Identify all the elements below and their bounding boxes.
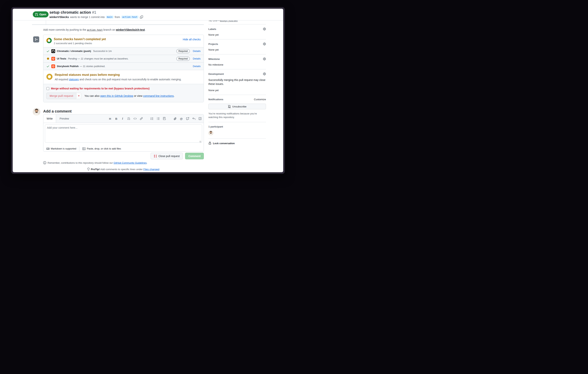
italic-icon[interactable]: I xyxy=(121,117,124,120)
pull-request-page: Open setup chromatic action#1 winkerVSbe… xyxy=(13,9,283,172)
labels-title: Labels xyxy=(208,28,216,31)
check-success-icon xyxy=(46,65,49,68)
checks-summary-title: Some checks haven’t completed yet xyxy=(54,38,106,41)
required-statuses-body: All required statuses and check runs on … xyxy=(55,78,181,81)
git-pull-request-closed-icon xyxy=(154,155,157,158)
check-row: UI Tests Pending — 11 changes must be ac… xyxy=(43,55,204,62)
comment-box: Write Preview H B I @ xyxy=(43,114,204,151)
pr-subtitle: winkerVSbecks wants to merge 1 commit in… xyxy=(49,16,143,19)
required-pill: Required xyxy=(176,57,190,61)
development-value: None yet xyxy=(208,89,266,92)
mention-icon[interactable]: @ xyxy=(179,117,183,120)
user-avatar[interactable] xyxy=(33,108,40,116)
sidebar-section-projects: Projects None yet xyxy=(208,39,266,54)
check-row: Storybook Publish — 11 stories published… xyxy=(43,62,204,70)
participants-title: 1 participant xyxy=(208,125,223,128)
branch-link[interactable]: action-test xyxy=(87,28,103,31)
previous-box-bottom-border xyxy=(32,24,204,25)
gear-icon[interactable] xyxy=(263,57,266,60)
details-link[interactable]: Details xyxy=(193,65,201,68)
attach-file-icon[interactable] xyxy=(173,117,177,120)
base-branch-chip[interactable]: main xyxy=(106,16,114,19)
ordered-list-icon[interactable] xyxy=(150,117,154,120)
comment-button[interactable]: Comment xyxy=(185,153,204,159)
lightbulb-icon xyxy=(87,168,90,171)
gear-icon[interactable] xyxy=(263,27,266,31)
comment-input-area xyxy=(43,123,204,145)
info-icon xyxy=(43,161,46,164)
github-desktop-link[interactable]: open this in GitHub Desktop xyxy=(100,94,133,97)
check-success-icon xyxy=(46,50,49,53)
bypass-protections-checkbox[interactable] xyxy=(46,87,49,90)
milestone-value: No milestone xyxy=(208,63,266,66)
head-branch-chip[interactable]: action-test xyxy=(121,16,138,19)
markdown-supported[interactable]: Markdown is supported xyxy=(46,147,76,150)
app-window: Open setup chromatic action#1 winkerVSbe… xyxy=(11,7,285,174)
markdown-toolbar: H B I @ xyxy=(108,114,202,123)
participant-avatar[interactable] xyxy=(208,130,213,136)
lock-conversation[interactable]: Lock conversation xyxy=(208,142,266,145)
footer-divider xyxy=(79,147,79,151)
gear-icon[interactable] xyxy=(263,43,266,45)
required-pill: Required xyxy=(176,49,190,53)
files-changed-link[interactable]: Files changed xyxy=(143,168,159,171)
copy-branch-icon[interactable] xyxy=(140,16,143,19)
git-pull-request-icon xyxy=(35,13,38,16)
comment-input[interactable] xyxy=(45,125,202,143)
sidebar: No one—assign yourself Labels None yet P… xyxy=(208,17,266,148)
community-guidelines-link[interactable]: GitHub Community Guidelines xyxy=(114,161,147,164)
tasklist-icon[interactable] xyxy=(163,117,166,120)
sidebar-section-lock: Lock conversation xyxy=(208,139,266,148)
resize-handle[interactable] xyxy=(200,141,201,142)
check-name: Storybook Publish xyxy=(57,65,79,68)
details-link[interactable]: Details xyxy=(193,50,201,53)
unordered-list-icon[interactable] xyxy=(157,117,160,120)
tab-write[interactable]: Write xyxy=(43,114,56,123)
reply-icon[interactable] xyxy=(192,117,196,120)
development-body: Successfully merging this pull request m… xyxy=(208,78,266,86)
merge-footer: Merge without waiting for requirements t… xyxy=(43,84,204,102)
bold-icon[interactable]: B xyxy=(115,117,118,120)
saved-replies-icon[interactable] xyxy=(198,117,202,120)
unsubscribe-button[interactable]: Unsubscribe xyxy=(208,104,266,109)
chromatic-logo-icon xyxy=(52,65,55,68)
pr-title: setup chromatic action#1 xyxy=(49,10,96,15)
heading-icon[interactable]: H xyxy=(108,117,112,120)
paste-drop-files[interactable]: Paste, drop, or click to add files xyxy=(82,147,121,150)
github-logo-icon xyxy=(52,50,54,53)
gear-icon[interactable] xyxy=(263,72,266,75)
quote-icon[interactable] xyxy=(127,117,131,120)
customize-link[interactable]: Customize xyxy=(254,98,266,101)
pr-author[interactable]: winkerVSbecks xyxy=(49,16,69,19)
merge-options-dropdown[interactable] xyxy=(76,93,81,99)
bypass-protections-label[interactable]: Merge without waiting for requirements t… xyxy=(51,87,149,90)
code-icon[interactable] xyxy=(133,117,137,120)
chromatic-logo-icon xyxy=(52,57,55,60)
link-icon[interactable] xyxy=(140,117,143,120)
pr-open-badge: Open xyxy=(33,11,49,17)
required-statuses-title: Required statuses must pass before mergi… xyxy=(55,73,181,76)
git-merge-icon xyxy=(35,38,38,41)
chevron-down-icon xyxy=(78,96,80,96)
projects-value: None yet xyxy=(208,48,266,51)
command-line-link[interactable]: command line instructions xyxy=(143,94,174,97)
milestone-title: Milestone xyxy=(208,58,220,60)
statuses-link[interactable]: statuses xyxy=(69,78,79,81)
close-pull-request-button[interactable]: Close pull request xyxy=(151,153,183,159)
pending-dot-icon xyxy=(47,58,49,60)
sidebar-section-labels: Labels None yet xyxy=(208,24,266,39)
notifications-note: You’re receiving notifications because y… xyxy=(208,112,266,119)
notifications-title: Notifications xyxy=(208,98,223,101)
labels-value: None yet xyxy=(208,33,266,36)
check-name: Chromatic / chromatic (push) xyxy=(57,50,91,53)
checks-progress-donut xyxy=(46,38,52,43)
details-link[interactable]: Details xyxy=(193,57,201,60)
tab-preview[interactable]: Preview xyxy=(56,114,72,123)
development-title: Development xyxy=(208,73,224,75)
repo-link[interactable]: winkerVSbecks/ch-test xyxy=(116,28,145,31)
cross-reference-icon[interactable] xyxy=(186,117,189,120)
merge-pull-request-button[interactable]: Merge pull request xyxy=(46,93,76,99)
comment-box-footer: Markdown is supported Paste, drop, or cl… xyxy=(43,145,204,152)
comment-actions: Close pull request Comment xyxy=(43,153,204,159)
hide-all-checks-link[interactable]: Hide all checks xyxy=(183,38,201,41)
